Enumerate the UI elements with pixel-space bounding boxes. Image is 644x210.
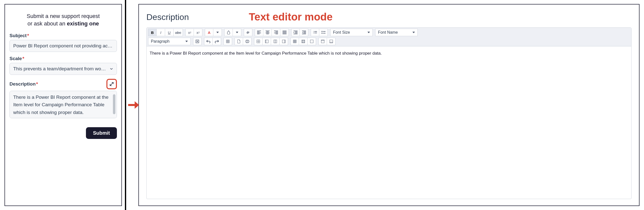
eraser-icon <box>246 30 250 34</box>
droplet-icon <box>227 30 230 34</box>
align-group <box>255 29 289 36</box>
svg-rect-18 <box>284 40 285 43</box>
svg-rect-14 <box>265 40 266 43</box>
table-op4-button[interactable] <box>280 38 288 45</box>
description-textarea[interactable]: There is a Power BI Report component at … <box>10 91 117 118</box>
underline-button[interactable]: U <box>165 29 174 36</box>
text-color-group: A <box>205 29 222 36</box>
rich-text-editor: B I U abc x2 x2 A <box>146 27 632 199</box>
insert-table-group <box>224 38 232 45</box>
scale-select[interactable]: This prevents a team/department from wor… <box>10 63 117 75</box>
paragraph-select[interactable]: Paragraph <box>148 38 190 45</box>
chevron-down-icon <box>412 32 415 33</box>
superscript-button[interactable]: x2 <box>194 29 202 36</box>
editor-content-area[interactable]: There is a Power BI Report component at … <box>147 46 631 199</box>
align-left-button[interactable] <box>255 29 263 36</box>
font-name-select[interactable]: Font Name <box>375 29 418 36</box>
align-justify-icon <box>282 31 286 34</box>
table-op9-button[interactable] <box>327 38 336 45</box>
align-center-button[interactable] <box>263 29 272 36</box>
unordered-list-icon <box>322 31 326 34</box>
mode-annotation: Text editor mode <box>249 11 332 23</box>
undo-button[interactable] <box>204 38 212 45</box>
scale-label: Scale* <box>10 56 117 61</box>
pdf-button[interactable] <box>234 38 243 45</box>
indent-group <box>291 29 308 36</box>
ordered-list-button[interactable]: 12 <box>311 29 319 36</box>
bg-color-dropdown[interactable] <box>233 29 241 36</box>
align-right-button[interactable] <box>272 29 280 36</box>
table-ops-group <box>254 38 288 45</box>
text-color-button[interactable]: A <box>205 29 213 36</box>
subject-input[interactable] <box>10 40 117 52</box>
bg-color-button[interactable] <box>224 29 233 36</box>
insert-table-button[interactable] <box>224 38 232 45</box>
table-op3-button[interactable] <box>271 38 280 45</box>
expand-icon <box>109 81 114 87</box>
editor-label: Description <box>146 12 189 22</box>
subscript-button[interactable]: x2 <box>185 29 194 36</box>
svg-rect-10 <box>246 40 248 41</box>
italic-button[interactable]: I <box>157 29 165 36</box>
toolbar-row-1: B I U abc x2 x2 A <box>148 29 630 36</box>
table-op6-button[interactable] <box>299 38 308 45</box>
list-group: 12 <box>311 29 328 36</box>
table-op8-button[interactable] <box>318 38 327 45</box>
table-col-right-icon <box>282 40 286 43</box>
svg-rect-25 <box>330 42 333 43</box>
fullscreen-button[interactable] <box>193 38 202 45</box>
bold-button[interactable]: B <box>148 29 157 36</box>
svg-marker-2 <box>135 101 139 109</box>
format-group: B I U abc <box>148 29 183 36</box>
font-size-label: Font Size <box>333 30 350 35</box>
arrow-right-icon <box>128 100 139 110</box>
font-name-label: Font Name <box>378 30 398 35</box>
svg-text:2: 2 <box>313 32 314 34</box>
redo-button[interactable] <box>212 38 221 45</box>
print-button[interactable] <box>243 38 252 45</box>
table-mixed-icon <box>302 40 305 43</box>
clear-format-button[interactable] <box>244 29 252 36</box>
form-title-line1: Submit a new support request <box>10 13 117 19</box>
subject-label: Subject* <box>10 33 117 38</box>
align-left-icon <box>257 31 261 34</box>
align-justify-button[interactable] <box>280 29 289 36</box>
table-op2-button[interactable] <box>262 38 271 45</box>
form-title-line2-pre: or ask about an <box>28 20 67 27</box>
fullscreen-icon <box>196 40 199 43</box>
form-title-line2-bold: existing one <box>67 20 99 27</box>
svg-rect-8 <box>226 40 229 43</box>
indent-button[interactable] <box>291 29 300 36</box>
svg-rect-20 <box>302 40 305 43</box>
expand-editor-button[interactable] <box>106 79 117 89</box>
clear-format-group <box>244 29 252 36</box>
editor-toolbar: B I U abc x2 x2 A <box>147 28 631 46</box>
ordered-list-icon: 12 <box>313 31 317 34</box>
submit-button[interactable]: Submit <box>86 127 117 139</box>
font-size-select[interactable]: Font Size <box>330 29 373 36</box>
table-op7-button[interactable] <box>308 38 316 45</box>
subject-group: Subject* <box>10 33 117 52</box>
indent-icon <box>294 31 298 34</box>
chevron-down-icon <box>185 41 188 42</box>
subject-label-text: Subject <box>10 33 27 38</box>
history-group <box>204 38 221 45</box>
table-op5-button[interactable] <box>290 38 299 45</box>
description-textarea-wrap: There is a Power BI Report component at … <box>10 91 117 118</box>
description-label-text: Description <box>10 81 36 87</box>
table-op1-button[interactable] <box>254 38 262 45</box>
scrollbar-thumb[interactable] <box>113 94 116 114</box>
text-color-dropdown[interactable] <box>213 29 222 36</box>
outdent-button[interactable] <box>300 29 308 36</box>
required-asterisk: * <box>36 81 38 87</box>
align-right-icon <box>274 31 278 34</box>
table-grid-icon <box>256 40 260 43</box>
chevron-down-icon <box>109 67 114 71</box>
unordered-list-button[interactable] <box>319 29 328 36</box>
script-group: x2 x2 <box>185 29 202 36</box>
strikethrough-button[interactable]: abc <box>174 29 183 36</box>
scale-group: Scale* This prevents a team/department f… <box>10 56 117 75</box>
svg-rect-16 <box>275 40 276 43</box>
table-row-bottom-icon <box>330 40 333 43</box>
align-center-icon <box>266 31 270 34</box>
